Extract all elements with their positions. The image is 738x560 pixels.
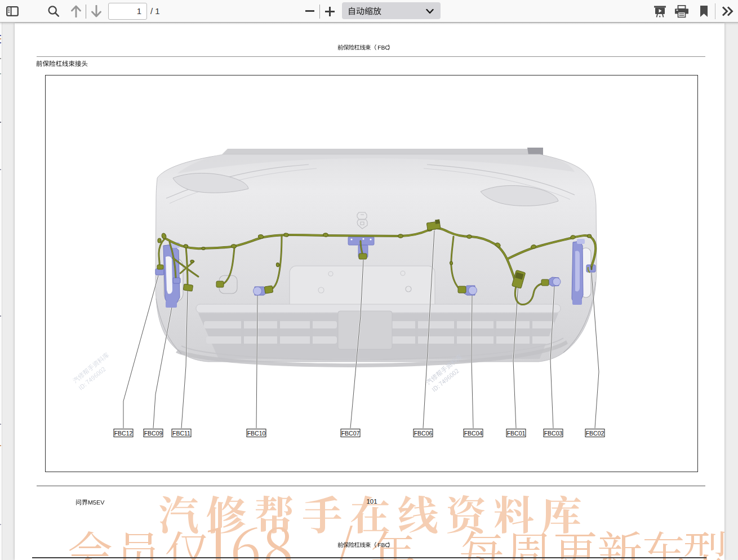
svg-text:FBC04: FBC04 <box>464 430 483 437</box>
svg-text:FBC02: FBC02 <box>586 430 604 437</box>
svg-text:FBC10: FBC10 <box>247 430 266 437</box>
svg-text:FBC07: FBC07 <box>341 430 360 437</box>
svg-text:FBC06: FBC06 <box>414 430 433 437</box>
svg-text:FBC12: FBC12 <box>114 430 133 437</box>
svg-text:FBC09: FBC09 <box>144 430 163 437</box>
svg-text:FBC11: FBC11 <box>172 430 190 437</box>
svg-text:FBC01: FBC01 <box>507 430 526 437</box>
svg-text:FBC03: FBC03 <box>544 430 563 437</box>
